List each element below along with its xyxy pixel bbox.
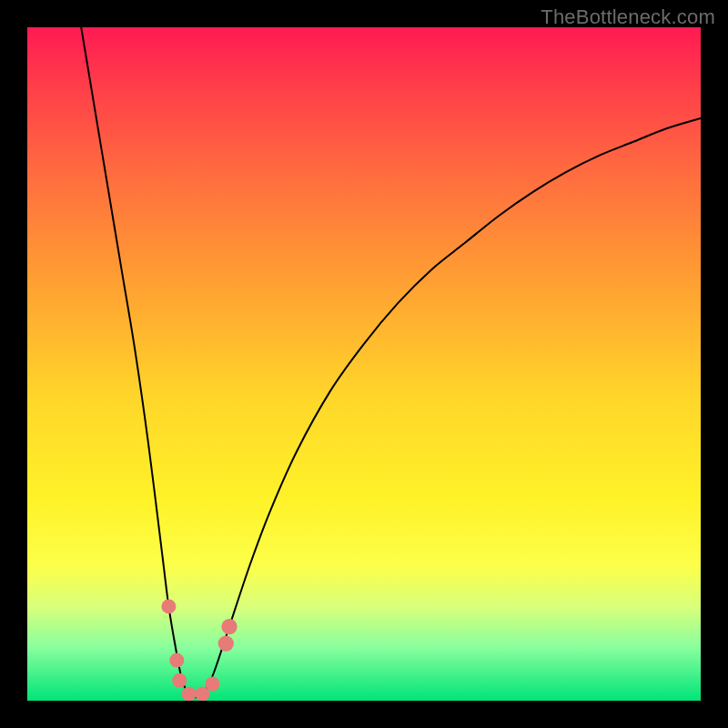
curve-marker [172,673,187,688]
curve-marker [169,653,184,668]
curve-markers [161,599,237,701]
watermark-text: TheBottleneck.com [541,5,715,29]
curve-marker [206,677,220,692]
plot-area [27,27,701,701]
chart-frame: TheBottleneck.com [0,0,728,728]
curve-marker [221,619,237,634]
bottleneck-curve [81,27,701,697]
curve-svg [27,27,701,701]
curve-marker [161,599,176,613]
curve-marker [182,687,197,701]
curve-marker [218,635,234,651]
